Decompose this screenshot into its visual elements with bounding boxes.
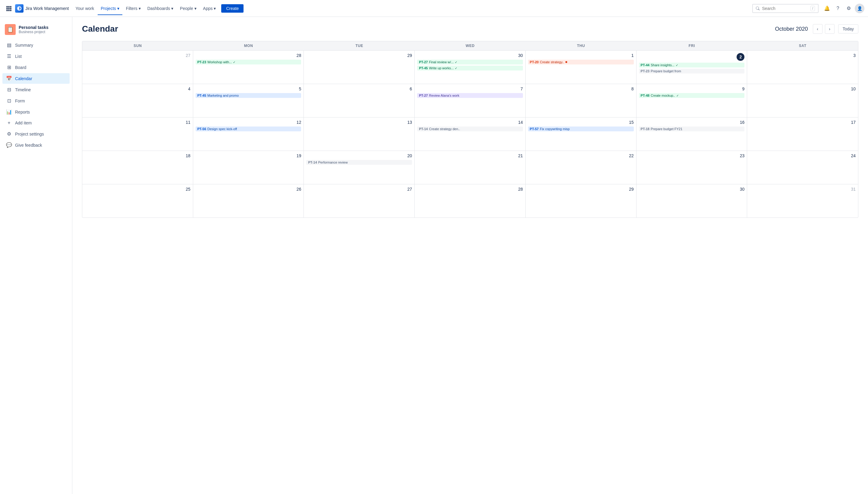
day-header-wed: WED bbox=[415, 41, 525, 50]
calendar-title: Calendar bbox=[82, 24, 775, 34]
project-header: 📋 Personal tasks Business project bbox=[0, 22, 72, 40]
cal-cell-oct12[interactable]: 12 PT-56 Design spec kick-off bbox=[193, 117, 304, 151]
cal-cell-oct8[interactable]: 8 bbox=[525, 84, 636, 117]
sidebar-item-form[interactable]: ⊡ Form bbox=[2, 95, 70, 106]
sidebar-item-add-item[interactable]: + Add item bbox=[2, 118, 70, 128]
nav-your-work[interactable]: Your work bbox=[72, 4, 97, 13]
task-pt57[interactable]: PT-57 Fix copywriting misp bbox=[528, 127, 634, 131]
sidebar-item-board[interactable]: ⊞ Board bbox=[2, 62, 70, 73]
task-pt48[interactable]: PT-48 Create mockup.. ✓ bbox=[639, 93, 745, 98]
settings-icon[interactable]: ⚙ bbox=[844, 4, 853, 13]
svg-rect-4 bbox=[8, 8, 10, 10]
cal-cell-sep27[interactable]: 27 bbox=[82, 51, 193, 84]
cal-cell-oct16[interactable]: 16 PT-18 Prepare budget FY21 bbox=[636, 117, 747, 151]
notifications-icon[interactable]: 🔔 bbox=[822, 4, 832, 13]
task-pt20[interactable]: PT-20 Create strategy.. bbox=[528, 60, 634, 64]
nav-projects[interactable]: Projects ▾ bbox=[98, 4, 122, 13]
nav-dashboards[interactable]: Dashboards ▾ bbox=[144, 4, 176, 13]
cal-cell-oct5[interactable]: 5 PT-45 Marketing and promo bbox=[193, 84, 304, 117]
date-label: 24 bbox=[750, 153, 856, 158]
date-label: 8 bbox=[528, 87, 634, 91]
sidebar-item-reports[interactable]: 📊 Reports bbox=[2, 107, 70, 117]
cal-cell-oct31[interactable]: 31 bbox=[747, 184, 858, 217]
logo[interactable]: Jira Work Management bbox=[15, 4, 69, 13]
task-pt45b[interactable]: PT-45 Marketing and promo bbox=[196, 93, 301, 98]
cal-cell-oct17[interactable]: 17 bbox=[747, 117, 858, 151]
date-label: 17 bbox=[750, 120, 856, 125]
nav-filters[interactable]: Filters ▾ bbox=[123, 4, 144, 13]
date-label: 19 bbox=[196, 153, 301, 158]
date-label: 22 bbox=[528, 153, 634, 158]
date-label: 23 bbox=[639, 153, 745, 158]
task-pt44[interactable]: PT-44 Share insights... ✓ bbox=[639, 63, 745, 68]
cal-cell-oct1[interactable]: 1 PT-20 Create strategy.. bbox=[525, 51, 636, 84]
sidebar-item-calendar-label: Calendar bbox=[15, 76, 32, 81]
cal-cell-oct15[interactable]: 15 PT-57 Fix copywriting misp bbox=[525, 117, 636, 151]
search-bar[interactable]: / bbox=[752, 4, 818, 13]
cal-cell-oct28b[interactable]: 28 bbox=[415, 184, 525, 217]
cal-cell-oct3[interactable]: 3 bbox=[747, 51, 858, 84]
calendar-week: 25 26 27 28 29 30 bbox=[82, 184, 858, 217]
cal-cell-oct6[interactable]: 6 bbox=[304, 84, 415, 117]
task-pt23[interactable]: PT-23 Workshop with... ✓ bbox=[196, 60, 301, 64]
cal-cell-oct4[interactable]: 4 bbox=[82, 84, 193, 117]
cal-cell-oct20[interactable]: 20 PT-14 Performance review bbox=[304, 151, 415, 184]
svg-rect-5 bbox=[10, 8, 12, 10]
cal-cell-oct11[interactable]: 11 bbox=[82, 117, 193, 151]
sidebar-item-summary[interactable]: ▤ Summary bbox=[2, 40, 70, 50]
create-button[interactable]: Create bbox=[221, 4, 243, 13]
cal-cell-oct23[interactable]: 23 bbox=[636, 151, 747, 184]
sidebar-item-timeline-label: Timeline bbox=[15, 87, 31, 92]
cal-cell-oct29b[interactable]: 29 bbox=[525, 184, 636, 217]
cal-cell-oct30b[interactable]: 30 bbox=[636, 184, 747, 217]
cal-cell-oct28[interactable]: 28 PT-23 Workshop with... ✓ bbox=[193, 51, 304, 84]
sidebar-item-project-settings[interactable]: ⚙ Project settings bbox=[2, 129, 70, 139]
task-pt14[interactable]: PT-14 Create strategy den.. bbox=[417, 127, 523, 131]
search-input[interactable] bbox=[762, 6, 808, 11]
cal-cell-oct27[interactable]: 27 bbox=[304, 184, 415, 217]
cal-cell-oct2[interactable]: 2 PT-44 Share insights... ✓ PT-23 Prepar… bbox=[636, 51, 747, 84]
today-button[interactable]: Today bbox=[838, 24, 858, 34]
task-pt27b[interactable]: PT-27 Review Alana's work bbox=[417, 93, 523, 98]
cal-cell-oct7[interactable]: 7 PT-27 Review Alana's work bbox=[415, 84, 525, 117]
svg-rect-7 bbox=[8, 10, 10, 11]
date-label: 4 bbox=[85, 87, 190, 91]
help-icon[interactable]: ? bbox=[833, 4, 843, 13]
sidebar-item-give-feedback[interactable]: 💬 Give feedback bbox=[2, 140, 70, 150]
task-pt18[interactable]: PT-18 Prepare budget FY21 bbox=[639, 127, 745, 131]
cal-cell-oct24[interactable]: 24 bbox=[747, 151, 858, 184]
cal-cell-oct9[interactable]: 9 PT-48 Create mockup.. ✓ bbox=[636, 84, 747, 117]
date-label: 9 bbox=[639, 87, 745, 91]
task-pt45[interactable]: PT-45 Write up works... ✓ bbox=[417, 66, 523, 71]
task-pt14-perf[interactable]: PT-14 Performance review bbox=[306, 160, 412, 165]
sidebar-item-list[interactable]: ☰ List bbox=[2, 51, 70, 61]
cal-cell-oct25[interactable]: 25 bbox=[82, 184, 193, 217]
cal-cell-oct10[interactable]: 10 bbox=[747, 84, 858, 117]
task-pt27[interactable]: PT-27 Final review w/... ✓ bbox=[417, 60, 523, 64]
nav-people[interactable]: People ▾ bbox=[177, 4, 199, 13]
sidebar-item-timeline[interactable]: ⊟ Timeline bbox=[2, 84, 70, 95]
nav-apps[interactable]: Apps ▾ bbox=[200, 4, 219, 13]
day-header-tue: TUE bbox=[304, 41, 415, 50]
form-icon: ⊡ bbox=[6, 98, 12, 103]
cal-cell-oct30[interactable]: 30 PT-27 Final review w/... ✓ PT-45 Writ… bbox=[415, 51, 525, 84]
task-pt56[interactable]: PT-56 Design spec kick-off bbox=[196, 127, 301, 131]
cal-cell-oct22[interactable]: 22 bbox=[525, 151, 636, 184]
cal-cell-oct21[interactable]: 21 bbox=[415, 151, 525, 184]
date-label: 25 bbox=[85, 187, 190, 192]
grid-icon[interactable] bbox=[4, 3, 14, 14]
cal-cell-oct29[interactable]: 29 bbox=[304, 51, 415, 84]
sidebar-item-calendar[interactable]: 📅 Calendar bbox=[2, 73, 70, 84]
cal-cell-oct19[interactable]: 19 bbox=[193, 151, 304, 184]
search-icon bbox=[756, 6, 759, 11]
date-label-today: 2 bbox=[737, 53, 744, 61]
cal-cell-oct18[interactable]: 18 bbox=[82, 151, 193, 184]
avatar[interactable]: 👤 bbox=[855, 4, 864, 13]
prev-month-button[interactable]: ‹ bbox=[813, 24, 823, 34]
next-month-button[interactable]: › bbox=[825, 24, 834, 34]
cal-cell-oct13[interactable]: 13 bbox=[304, 117, 415, 151]
cal-cell-oct26[interactable]: 26 bbox=[193, 184, 304, 217]
cal-cell-oct14[interactable]: 14 PT-14 Create strategy den.. bbox=[415, 117, 525, 151]
date-label: 12 bbox=[196, 120, 301, 125]
task-pt23b[interactable]: PT-23 Prepare budget from bbox=[639, 69, 745, 74]
